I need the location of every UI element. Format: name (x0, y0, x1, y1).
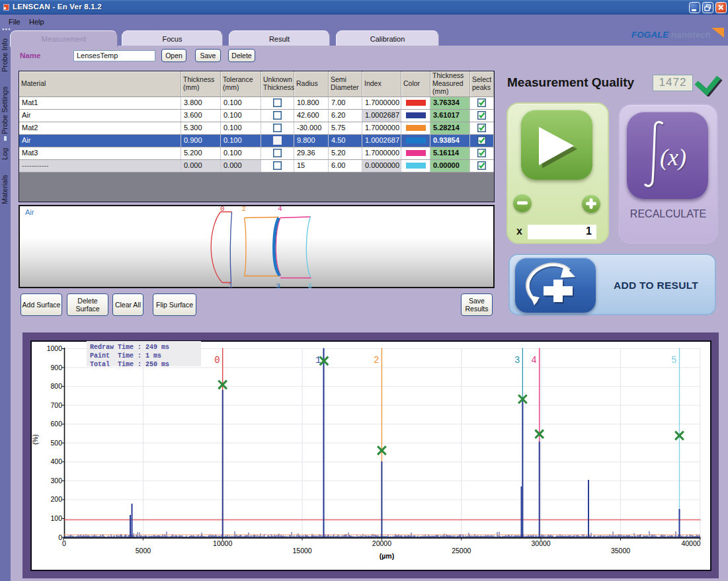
svg-text:(x): (x) (660, 144, 686, 171)
